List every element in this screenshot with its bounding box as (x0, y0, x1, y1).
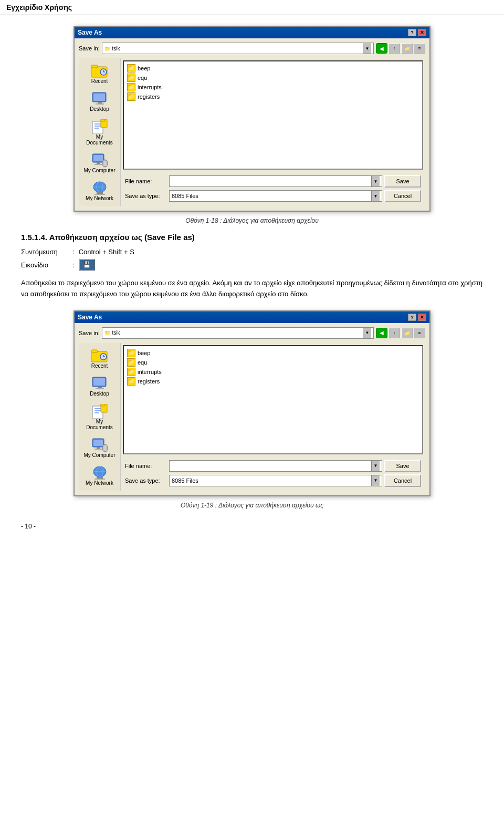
folder-icon-beep-1: 📁 (127, 64, 135, 72)
saveastype-arrow-1[interactable]: ▼ (371, 191, 380, 201)
left-panel-1: Recent Desktop (79, 58, 121, 206)
nav-up-button-1[interactable]: ↑ (388, 43, 400, 54)
file-item-registers-1[interactable]: 📁 registers (126, 92, 420, 101)
save-button-2[interactable]: Save (384, 460, 421, 472)
folder-icon-equ-2: 📁 (127, 358, 135, 367)
page-footer: - 10 - (0, 517, 504, 535)
save-in-label-2: Save in: (79, 330, 100, 336)
saveastype-label-1: Save as type: (125, 193, 167, 199)
nav-folder-button-1[interactable]: 📁 (401, 43, 413, 54)
file-item-beep-2[interactable]: 📁 beep (126, 348, 420, 358)
save-button-1[interactable]: Save (384, 175, 421, 188)
file-item-equ-2[interactable]: 📁 equ (126, 358, 420, 367)
nav-view-button-1[interactable]: ≡ (414, 43, 425, 54)
toolbar-icons-2: ◀ ↑ 📁 ≡ (376, 328, 425, 338)
left-item-mycomp-2[interactable]: My Computer (81, 434, 118, 461)
file-name-interrupts-2: interrupts (138, 369, 162, 375)
svg-rect-42 (93, 440, 103, 446)
caption-2: Οθόνη 1-19 : Διάλογος για αποθήκευση αρχ… (21, 502, 483, 509)
svg-rect-36 (94, 408, 101, 409)
folder-icon-interrupts-1: 📁 (127, 83, 135, 91)
saveastype-input-1[interactable]: 8085 Files ▼ (169, 190, 382, 202)
mycomp-label-1: My Computer (83, 168, 115, 173)
dialog-main-2: Recent Desktop (79, 343, 425, 491)
left-item-recent-1[interactable]: Recent (81, 60, 118, 87)
nav-back-button-2[interactable]: ◀ (376, 328, 387, 338)
nav-view-button-2[interactable]: ≡ (414, 328, 425, 338)
recent-icon-2 (91, 348, 108, 363)
help-button-1[interactable]: ? (408, 29, 416, 36)
file-list-panel-1: 📁 beep 📁 equ 📁 interrupts 📁 (123, 60, 423, 170)
shortcut-label: Συντόμευση (21, 248, 68, 256)
file-name-registers-1: registers (138, 94, 160, 100)
svg-rect-11 (94, 126, 101, 127)
help-button-2[interactable]: ? (408, 314, 416, 321)
folder-icon-registers-2: 📁 (127, 377, 135, 386)
file-name-equ-1: equ (138, 75, 147, 81)
desktop-icon-1 (91, 91, 108, 106)
nav-folder-button-2[interactable]: 📁 (401, 328, 413, 338)
mynet-label-1: My Network (86, 195, 113, 201)
saveastype-label-2: Save as type: (125, 477, 167, 484)
saveastype-input-2[interactable]: 8085 Files ▼ (169, 475, 382, 486)
filename-row-1: File name: ▼ Save (125, 175, 421, 188)
folder-icon-interrupts-2: 📁 (127, 368, 135, 376)
combo-arrow-2[interactable]: ▼ (363, 328, 371, 338)
saveastype-row-2: Save as type: 8085 Files ▼ Cancel (125, 474, 421, 487)
svg-rect-27 (91, 350, 98, 352)
shortcut-table: Συντόμευση : Control + Shift + S Εικονίδ… (21, 248, 483, 271)
svg-rect-20 (103, 160, 107, 167)
svg-rect-46 (103, 445, 107, 451)
filename-input-2[interactable]: ▼ (169, 460, 382, 472)
save-in-combo-2[interactable]: 📁 tsik ▼ (102, 327, 374, 339)
svg-rect-16 (93, 155, 103, 161)
svg-rect-7 (96, 103, 104, 105)
close-button-2[interactable]: ✕ (418, 314, 426, 321)
filename-arrow-2[interactable]: ▼ (371, 461, 380, 471)
left-item-mynet-2[interactable]: My Network (81, 462, 118, 489)
file-name-registers-2: registers (138, 378, 160, 385)
left-item-mydocs-2[interactable]: My Documents (81, 401, 118, 433)
titlebar-buttons-2: ? ✕ (408, 314, 426, 321)
left-item-recent-2[interactable]: Recent (81, 345, 118, 372)
left-item-mycomp-1[interactable]: My Computer (81, 150, 118, 176)
file-item-interrupts-1[interactable]: 📁 interrupts (126, 82, 420, 92)
nav-up-button-2[interactable]: ↑ (388, 328, 400, 338)
mynet-icon-1 (91, 181, 108, 195)
file-name-beep-1: beep (138, 65, 150, 71)
left-item-mydocs-1[interactable]: My Documents (81, 116, 118, 149)
svg-rect-44 (94, 449, 102, 450)
svg-rect-14 (101, 119, 105, 121)
left-item-mynet-1[interactable]: My Network (81, 178, 118, 204)
page-title: Εγχειρίδιο Χρήσης (6, 3, 72, 12)
saveastype-arrow-2[interactable]: ▼ (371, 475, 380, 486)
svg-rect-32 (98, 387, 102, 388)
file-item-beep-1[interactable]: 📁 beep (126, 64, 420, 73)
file-item-registers-2[interactable]: 📁 registers (126, 377, 420, 386)
file-item-interrupts-2[interactable]: 📁 interrupts (126, 367, 420, 377)
cancel-button-2[interactable]: Cancel (384, 474, 421, 487)
file-item-equ-1[interactable]: 📁 equ (126, 73, 420, 82)
combo-arrow-1[interactable]: ▼ (363, 43, 371, 54)
icon-row: Εικονίδιο : 💾 (21, 259, 483, 271)
left-item-desktop-2[interactable]: Desktop (81, 373, 118, 400)
titlebar-buttons-1: ? ✕ (408, 29, 426, 36)
filename-input-1[interactable]: ▼ (169, 175, 382, 187)
filename-arrow-1[interactable]: ▼ (371, 176, 380, 186)
nav-back-button-1[interactable]: ◀ (376, 43, 387, 54)
dialog-main-1: Recent Desktop (79, 58, 425, 206)
bottom-section-1: File name: ▼ Save Save as type: 8085 Fil… (123, 172, 423, 204)
svg-rect-25 (94, 194, 105, 195)
close-button-1[interactable]: ✕ (418, 29, 426, 36)
file-list-panel-2: 📁 beep 📁 equ 📁 interrupts 📁 (123, 345, 423, 454)
svg-rect-6 (98, 102, 102, 103)
cancel-button-1[interactable]: Cancel (384, 190, 421, 202)
saveastype-row-1: Save as type: 8085 Files ▼ Cancel (125, 190, 421, 202)
left-item-desktop-1[interactable]: Desktop (81, 88, 118, 115)
svg-rect-18 (94, 164, 102, 165)
dialog-title-1: Save As (78, 29, 102, 36)
svg-rect-50 (97, 477, 103, 479)
save-in-combo-1[interactable]: 📁 tsik ▼ (102, 43, 374, 54)
file-name-beep-2: beep (138, 350, 150, 356)
bottom-section-2: File name: ▼ Save Save as type: 8085 Fil… (123, 456, 423, 489)
